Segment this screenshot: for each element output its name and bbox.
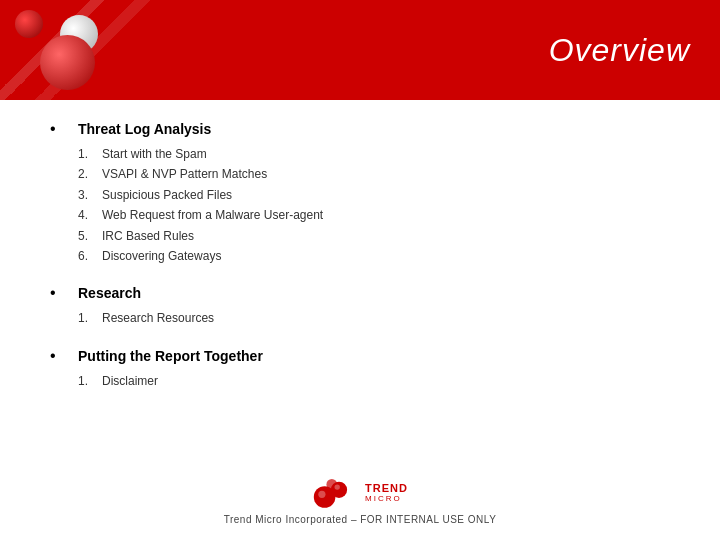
list-num: 1.: [78, 308, 94, 328]
sphere-small: [15, 10, 43, 38]
list-text: Disclaimer: [102, 371, 158, 391]
section-research-header: • Research: [50, 284, 670, 302]
list-text: IRC Based Rules: [102, 226, 194, 246]
list-text: Discovering Gateways: [102, 246, 221, 266]
list-item: 6. Discovering Gateways: [78, 246, 670, 266]
trend-micro-logo-icon: [312, 475, 357, 510]
list-item: 5. IRC Based Rules: [78, 226, 670, 246]
list-num: 1.: [78, 371, 94, 391]
list-num: 1.: [78, 144, 94, 164]
list-num: 3.: [78, 185, 94, 205]
list-text: Suspicious Packed Files: [102, 185, 232, 205]
main-content: • Threat Log Analysis 1. Start with the …: [0, 100, 720, 419]
svg-point-3: [318, 491, 325, 498]
list-text: Research Resources: [102, 308, 214, 328]
trend-micro-logo: TREND MICRO: [312, 475, 408, 510]
list-item: 1. Start with the Spam: [78, 144, 670, 164]
bullet-dot-1: •: [50, 120, 70, 138]
section-report-title: Putting the Report Together: [78, 348, 263, 364]
research-list: 1. Research Resources: [78, 308, 670, 328]
list-item: 3. Suspicious Packed Files: [78, 185, 670, 205]
footer-text: Trend Micro Incorporated – FOR INTERNAL …: [224, 514, 497, 525]
list-item: 1. Disclaimer: [78, 371, 670, 391]
page-title: Overview: [549, 32, 690, 69]
list-num: 4.: [78, 205, 94, 225]
list-item: 1. Research Resources: [78, 308, 670, 328]
list-item: 2. VSAPI & NVP Pattern Matches: [78, 164, 670, 184]
section-research: • Research 1. Research Resources: [50, 284, 670, 328]
section-threat-log: • Threat Log Analysis 1. Start with the …: [50, 120, 670, 266]
list-text: Web Request from a Malware User-agent: [102, 205, 323, 225]
header: Overview: [0, 0, 720, 100]
report-list: 1. Disclaimer: [78, 371, 670, 391]
sphere-large: [40, 35, 95, 90]
section-threat-log-header: • Threat Log Analysis: [50, 120, 670, 138]
section-research-title: Research: [78, 285, 141, 301]
list-item: 4. Web Request from a Malware User-agent: [78, 205, 670, 225]
bullet-dot-3: •: [50, 347, 70, 365]
section-report-header: • Putting the Report Together: [50, 347, 670, 365]
list-text: Start with the Spam: [102, 144, 207, 164]
bullet-dot-2: •: [50, 284, 70, 302]
trend-micro-brand-text: TREND MICRO: [365, 482, 408, 503]
list-num: 2.: [78, 164, 94, 184]
section-report: • Putting the Report Together 1. Disclai…: [50, 347, 670, 391]
list-text: VSAPI & NVP Pattern Matches: [102, 164, 267, 184]
list-num: 5.: [78, 226, 94, 246]
list-num: 6.: [78, 246, 94, 266]
threat-log-list: 1. Start with the Spam 2. VSAPI & NVP Pa…: [78, 144, 670, 266]
section-threat-log-title: Threat Log Analysis: [78, 121, 211, 137]
decorative-spheres: [5, 5, 115, 95]
svg-point-4: [335, 484, 340, 489]
footer: TREND MICRO Trend Micro Incorporated – F…: [0, 475, 720, 525]
